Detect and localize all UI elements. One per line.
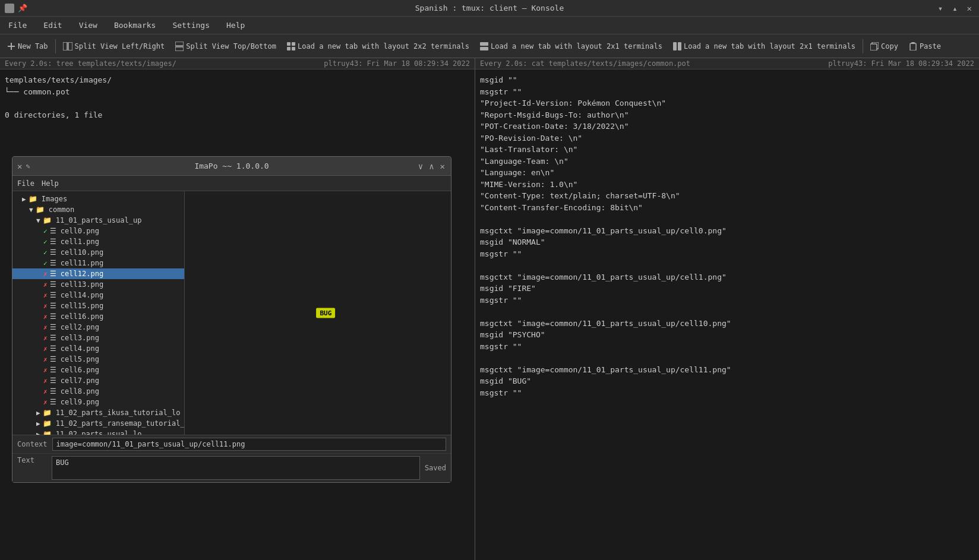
term-line	[5, 97, 470, 109]
saved-label: Saved	[425, 464, 446, 472]
dialog-restore-button[interactable]: ∧	[428, 160, 435, 172]
tree-item-label: cell6.png	[61, 366, 99, 374]
grid-icon	[287, 42, 295, 50]
list-icon: ☰	[50, 344, 56, 353]
svg-rect-8	[287, 47, 290, 50]
tree-item-cell1[interactable]: ✓ ☰ cell1.png	[12, 236, 184, 247]
load-2x2-button[interactable]: Load a new tab with layout 2x2 terminals	[282, 40, 474, 53]
chevron-down-icon: ▼	[36, 217, 40, 224]
tree-item-cell12[interactable]: ✗ ☰ cell12.png	[12, 268, 184, 279]
dialog-pin-icon: ✎	[26, 162, 30, 170]
file-tree[interactable]: ▶ 📁 Images ▼ 📁 common ▼ 📁 11_01_	[12, 191, 185, 435]
tree-item-cell2[interactable]: ✗ ☰ cell2.png	[12, 322, 184, 333]
tree-item-label: cell11.png	[61, 259, 103, 267]
dialog-menu-help[interactable]: Help	[42, 179, 59, 188]
tree-item-cell16[interactable]: ✗ ☰ cell16.png	[12, 311, 184, 322]
folder-icon: 📁	[43, 409, 52, 417]
tree-item-label: common	[49, 205, 74, 214]
dialog-menubar: File Help	[12, 176, 451, 191]
plus-icon	[7, 42, 15, 50]
tree-item-11-01[interactable]: ▼ 📁 11_01_parts_usual_up	[12, 215, 184, 226]
error-icon: ✗	[43, 281, 48, 289]
dialog-close-button[interactable]: ✕	[439, 160, 446, 172]
split-view-left-right-button[interactable]: Split View Left/Right	[58, 40, 170, 53]
term-line: "MIME-Version: 1.0\n"	[480, 179, 974, 191]
tree-item-cell10[interactable]: ✓ ☰ cell10.png	[12, 247, 184, 258]
tree-item-cell14[interactable]: ✗ ☰ cell14.png	[12, 290, 184, 300]
new-tab-button[interactable]: New Tab	[2, 40, 53, 53]
svg-rect-3	[68, 42, 72, 50]
tree-item-images[interactable]: ▶ 📁 Images	[12, 194, 184, 204]
error-icon: ✗	[43, 324, 48, 331]
svg-rect-1	[8, 46, 15, 47]
tree-item-11-02-rans[interactable]: ▶ 📁 11_02_parts_ransemap_tutorial_lo	[12, 418, 184, 429]
load-2x1-button-1[interactable]: Load a new tab with layout 2x1 terminals	[475, 40, 667, 53]
tree-item-cell0[interactable]: ✓ ☰ cell0.png	[12, 226, 184, 236]
list-icon: ☰	[50, 334, 56, 342]
tree-item-cell8[interactable]: ✗ ☰ cell8.png	[12, 386, 184, 397]
dialog-minimize-button[interactable]: ∨	[417, 160, 424, 172]
tree-item-cell13[interactable]: ✗ ☰ cell13.png	[12, 279, 184, 290]
list-icon: ☰	[50, 387, 56, 396]
tree-item-label: cell14.png	[61, 291, 103, 299]
term-line: "POT-Creation-Date: 3/18/2022\n"	[480, 121, 974, 132]
paste-button[interactable]: Paste	[904, 40, 946, 53]
term-line: msgid ""	[480, 74, 974, 86]
bug-badge: BUG	[317, 308, 336, 318]
text-label: Text	[17, 456, 47, 464]
copy-button[interactable]: Copy	[866, 40, 903, 53]
term-line: "PO-Revision-Date: \n"	[480, 132, 974, 144]
tree-item-label: cell8.png	[61, 387, 99, 396]
tree-item-cell5[interactable]: ✗ ☰ cell5.png	[12, 354, 184, 365]
context-input[interactable]	[52, 438, 446, 451]
menu-view[interactable]: View	[75, 18, 101, 32]
svg-rect-11	[480, 47, 488, 50]
list-icon: ☰	[50, 377, 56, 385]
list-icon: ☰	[50, 259, 56, 267]
menu-bookmarks[interactable]: Bookmarks	[110, 18, 159, 32]
term-line: msgstr ""	[480, 86, 974, 98]
svg-rect-17	[911, 42, 915, 44]
chevron-right-icon: ▶	[36, 431, 40, 435]
menu-help[interactable]: Help	[223, 18, 248, 32]
split-v-icon	[175, 42, 184, 51]
tree-item-cell6[interactable]: ✗ ☰ cell6.png	[12, 365, 184, 375]
term-line	[480, 306, 974, 318]
term-line	[480, 213, 974, 225]
tree-item-common[interactable]: ▼ 📁 common	[12, 204, 184, 215]
close-button[interactable]: ✕	[965, 2, 974, 14]
titlebar-title: Spanish : tmux: client — Konsole	[415, 4, 564, 12]
dialog-menu-file[interactable]: File	[17, 179, 34, 188]
tree-item-cell9[interactable]: ✗ ☰ cell9.png	[12, 397, 184, 407]
minimize-button[interactable]: ▾	[936, 2, 945, 14]
menu-settings[interactable]: Settings	[169, 18, 213, 32]
tree-item-11-02-usual[interactable]: ▶ 📁 11_02_parts_usual_lo	[12, 429, 184, 435]
check-icon: ✓	[43, 227, 48, 235]
chevron-down-icon: ▼	[29, 206, 33, 214]
tree-item-label: cell7.png	[61, 377, 99, 385]
error-icon: ✗	[43, 366, 48, 374]
menu-edit[interactable]: Edit	[40, 18, 65, 32]
text-input[interactable]	[52, 456, 420, 480]
tree-item-cell15[interactable]: ✗ ☰ cell15.png	[12, 300, 184, 311]
tree-item-cell3[interactable]: ✗ ☰ cell3.png	[12, 333, 184, 343]
maximize-button[interactable]: ▴	[950, 2, 959, 14]
right-pane: Every 2.0s: cat templates/texts/images/c…	[475, 58, 979, 560]
tree-item-label: cell15.png	[61, 302, 103, 310]
left-term-content[interactable]: templates/texts/images/ └── common.pot 0…	[0, 69, 475, 125]
tree-item-cell11[interactable]: ✓ ☰ cell11.png	[12, 258, 184, 268]
pin-icon: 📌	[18, 4, 27, 12]
error-icon: ✗	[43, 388, 48, 396]
tree-item-cell4[interactable]: ✗ ☰ cell4.png	[12, 343, 184, 354]
right-term-content[interactable]: msgid "" msgstr "" "Project-Id-Version: …	[475, 69, 979, 403]
svg-rect-13	[678, 42, 681, 50]
check-icon: ✓	[43, 238, 48, 246]
menu-file[interactable]: File	[5, 18, 30, 32]
split-view-top-bottom-button[interactable]: Split View Top/Bottom	[170, 39, 281, 53]
imago-dialog: ✕ ✎ ImaPo ~~ 1.0.0.0 ∨ ∧ ✕ File Help ▶	[12, 156, 451, 483]
load-2x1-button-2[interactable]: Load a new tab with layout 2x1 terminals	[668, 40, 860, 53]
dialog-title: ImaPo ~~ 1.0.0.0	[194, 162, 269, 170]
tree-item-cell7[interactable]: ✗ ☰ cell7.png	[12, 375, 184, 386]
term-line: msgstr ""	[480, 248, 974, 260]
tree-item-11-02-ikusa[interactable]: ▶ 📁 11_02_parts_ikusa_tutorial_lo	[12, 407, 184, 418]
